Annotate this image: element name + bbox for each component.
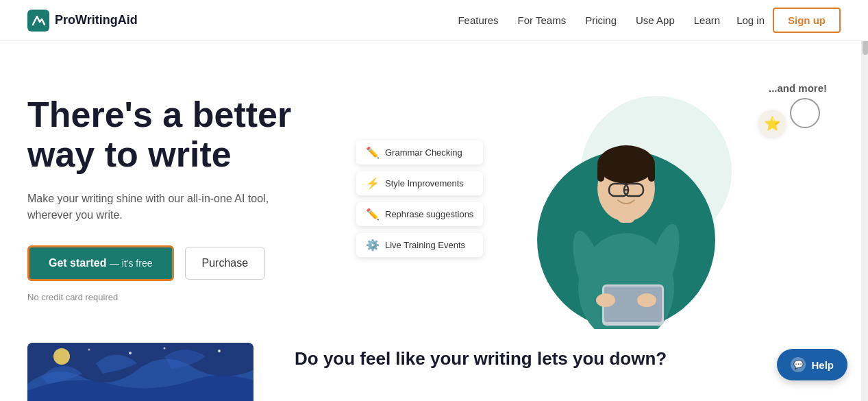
help-button[interactable]: 💬 Help [777,349,847,380]
feature-pills: ✏️ Grammar Checking ⚡ Style Improvements… [356,141,483,257]
svg-point-20 [218,350,221,352]
no-credit-card-note: No credit card required [27,292,384,302]
pill-style-label: Style Improvements [385,178,464,189]
star-badge: ⭐ [758,110,786,137]
logo-icon [27,10,49,32]
hero-content: There's a better way to write Make your … [27,95,411,302]
bottom-question: Do you feel like your writing lets you d… [295,348,667,369]
pill-training: ⚙️ Live Training Events [356,233,483,257]
nav-learn[interactable]: Learn [694,14,720,26]
svg-point-18 [129,352,132,354]
nav-pricing[interactable]: Pricing [585,14,617,26]
brand-name: ProWritingAid [55,13,138,27]
svg-point-21 [88,349,90,351]
pill-grammar: ✏️ Grammar Checking [356,141,483,165]
rephrase-icon: ✏️ [366,208,380,221]
logo-link[interactable]: ProWritingAid [27,10,138,32]
pill-rephrase-label: Rephrase suggestions [385,209,473,219]
svg-point-17 [53,348,70,365]
nav-use-app[interactable]: Use App [636,14,675,26]
bottom-text: Do you feel like your writing lets you d… [295,343,667,369]
grammar-icon: ✏️ [366,146,380,159]
svg-point-19 [164,348,166,350]
pill-style: ⚡ Style Improvements [356,171,483,195]
pill-rephrase: ✏️ Rephrase suggestions [356,202,483,226]
hero-section: There's a better way to write Make your … [0,41,868,343]
help-icon: 💬 [791,357,806,372]
hero-buttons: Get started — it's free Purchase [27,245,384,281]
scrollbar[interactable] [861,0,868,401]
svg-rect-5 [597,165,604,182]
svg-point-4 [597,145,655,184]
pill-training-label: Live Training Events [385,240,465,250]
style-icon: ⚡ [366,177,380,190]
hero-illustration: ...and more! ⭐ [411,69,841,329]
login-button[interactable]: Log in [736,14,765,26]
svg-point-15 [637,293,656,307]
nav-for-teams[interactable]: For Teams [518,14,567,26]
hero-title: There's a better way to write [27,95,384,173]
training-icon: ⚙️ [366,239,380,252]
hero-subtitle: Make your writing shine with our all-in-… [27,191,384,223]
get-started-button[interactable]: Get started — it's free [27,245,174,281]
help-label: Help [811,359,834,371]
navbar: ProWritingAid Features For Teams Pricing… [0,0,868,41]
pill-grammar-label: Grammar Checking [385,147,462,158]
bottom-section: Do you feel like your writing lets you d… [0,343,868,401]
person-illustration [551,110,702,329]
and-more-label: ...and more! [769,82,827,94]
nav-features[interactable]: Features [458,14,498,26]
nav-links: Features For Teams Pricing Use App Learn [458,14,720,26]
signup-button[interactable]: Sign up [773,8,841,33]
bottom-artwork [27,343,253,401]
purchase-button[interactable]: Purchase [185,247,266,280]
svg-point-14 [596,293,615,307]
free-label: — it's free [110,258,153,269]
svg-rect-6 [648,165,655,182]
